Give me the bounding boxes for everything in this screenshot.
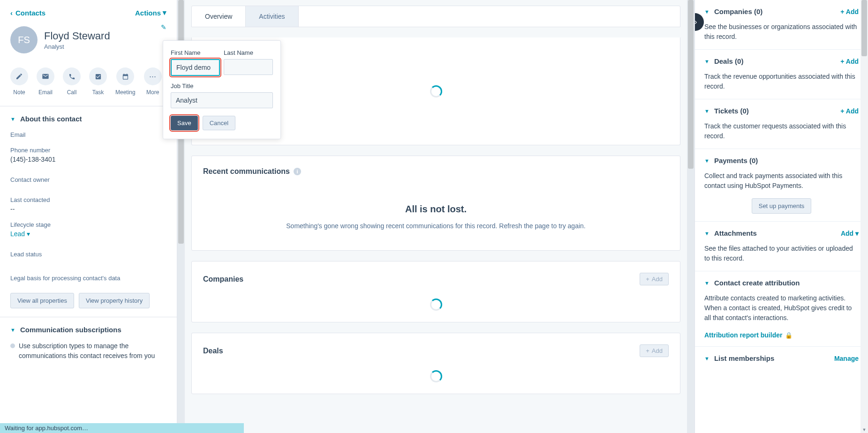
first-name-input[interactable] <box>171 59 220 76</box>
last-contacted-value: -- <box>10 205 166 213</box>
email-button[interactable]: Email <box>37 67 54 96</box>
chevron-down-icon: ▼ <box>704 59 709 64</box>
tab-overview[interactable]: Overview <box>192 6 246 27</box>
contact-job-title: Analyst <box>44 43 110 50</box>
lifecycle-dropdown[interactable]: Lead ▾ <box>10 230 30 238</box>
note-label: Note <box>13 89 25 96</box>
note-icon <box>10 67 28 85</box>
add-label: Add <box>652 347 663 354</box>
lead-status-label: Lead status <box>10 251 166 258</box>
back-to-contacts[interactable]: ‹ Contacts <box>10 9 45 17</box>
task-label: Task <box>92 89 104 96</box>
subscriptions-section-toggle[interactable]: ▼ Communication subscriptions <box>10 326 166 334</box>
companies-section-toggle[interactable]: ▼ Companies (0) <box>704 7 762 15</box>
email-icon <box>37 67 54 85</box>
attachments-section-toggle[interactable]: ▼ Attachments <box>704 229 757 237</box>
attribution-report-link[interactable]: Attribution report builder 🔒 <box>704 331 793 339</box>
payments-section-toggle[interactable]: ▼ Payments (0) <box>704 157 758 164</box>
add-label: Add <box>652 276 663 283</box>
deals-card: Deals + Add <box>191 333 680 394</box>
setup-payments-button[interactable]: Set up payments <box>752 198 812 214</box>
companies-heading: Companies (0) <box>714 7 762 15</box>
last-name-input[interactable] <box>224 59 273 75</box>
subscriptions-desc: Use subscription types to manage the com… <box>19 341 166 361</box>
cancel-button[interactable]: Cancel <box>203 116 235 130</box>
chevron-down-icon: ▼ <box>704 280 709 286</box>
tab-activities[interactable]: Activities <box>246 6 298 27</box>
mid-scrollbar[interactable] <box>687 0 694 433</box>
left-panel: ‹ Contacts Actions ▾ FS Floyd Steward An… <box>0 0 177 433</box>
add-deal-link[interactable]: + Add <box>840 58 859 65</box>
companies-title: Companies <box>203 275 243 284</box>
meeting-label: Meeting <box>115 89 136 96</box>
record-tabs: Overview Activities <box>191 6 680 27</box>
actions-dropdown[interactable]: Actions ▾ <box>135 8 166 17</box>
about-heading: About this contact <box>20 115 82 123</box>
plus-icon: + <box>646 276 649 283</box>
chevron-left-icon: ‹ <box>10 9 13 17</box>
attachments-desc: See the files attached to your activitie… <box>704 244 859 263</box>
scroll-down-icon[interactable]: ▼ <box>861 426 867 433</box>
add-attachment-link[interactable]: Add ▾ <box>841 230 859 237</box>
about-section-toggle[interactable]: ▼ About this contact <box>10 115 166 123</box>
edit-name-icon[interactable]: ✎ <box>161 23 166 31</box>
add-company-button[interactable]: + Add <box>640 273 669 285</box>
view-all-properties-button[interactable]: View all properties <box>10 293 74 308</box>
add-ticket-link[interactable]: + Add <box>840 107 859 115</box>
more-button[interactable]: ⋯ More <box>144 67 162 96</box>
chevron-down-icon: ▼ <box>10 116 15 122</box>
tickets-section-toggle[interactable]: ▼ Tickets (0) <box>704 107 749 115</box>
last-name-label: Last Name <box>224 49 273 56</box>
actions-label: Actions <box>135 9 161 17</box>
add-deal-button[interactable]: + Add <box>640 344 669 357</box>
save-button[interactable]: Save <box>171 116 198 130</box>
empty-state-title: All is not lost. <box>203 204 669 215</box>
deals-section-toggle[interactable]: ▼ Deals (0) <box>704 57 743 65</box>
companies-desc: See the businesses or organizations asso… <box>704 22 859 42</box>
tickets-heading: Tickets (0) <box>714 107 749 115</box>
recent-comms-title: Recent communications <box>203 167 290 176</box>
avatar: FS <box>10 26 38 53</box>
email-label: Email <box>10 131 166 138</box>
lists-section-toggle[interactable]: ▼ List memberships <box>704 354 774 362</box>
note-button[interactable]: Note <box>10 67 28 96</box>
deals-desc: Track the revenue opportunities associat… <box>704 72 859 91</box>
recent-communications-card: Recent communications i All is not lost.… <box>191 156 680 251</box>
last-contacted-label: Last contacted <box>10 196 166 203</box>
attribution-link-label: Attribution report builder <box>704 331 782 339</box>
attribution-section-toggle[interactable]: ▼ Contact create attribution <box>704 279 800 287</box>
lists-heading: List memberships <box>714 354 774 362</box>
call-button[interactable]: Call <box>63 67 81 96</box>
tickets-desc: Track the customer requests associated w… <box>704 121 859 141</box>
task-icon <box>89 67 107 85</box>
caret-down-icon: ▾ <box>163 8 166 17</box>
subscriptions-heading: Communication subscriptions <box>20 326 121 334</box>
quick-actions: Note Email Call Task <box>0 59 177 106</box>
manage-lists-link[interactable]: Manage <box>834 355 859 362</box>
phone-value[interactable]: (145)-138-3401 <box>10 156 166 163</box>
attribution-heading: Contact create attribution <box>714 279 800 287</box>
chevron-down-icon: ▼ <box>704 356 709 361</box>
contact-name: Floyd Steward <box>44 30 110 42</box>
caret-down-icon: ▾ <box>27 230 30 238</box>
more-icon: ⋯ <box>144 67 162 85</box>
meeting-button[interactable]: Meeting <box>115 67 136 96</box>
add-label: Add <box>841 230 853 237</box>
task-button[interactable]: Task <box>89 67 107 96</box>
empty-state-message: Something's gone wrong showing recent co… <box>203 222 669 230</box>
caret-down-icon: ▾ <box>855 230 859 237</box>
info-icon[interactable]: i <box>294 168 301 175</box>
job-title-input[interactable] <box>171 92 273 108</box>
more-label: More <box>146 89 159 96</box>
spinner-icon <box>430 299 442 311</box>
companies-card: Companies + Add <box>191 261 680 322</box>
right-scrollbar[interactable]: ▼ <box>860 0 868 433</box>
chevron-down-icon: ▼ <box>704 9 709 15</box>
phone-icon <box>63 67 81 85</box>
add-company-link[interactable]: + Add <box>840 8 859 15</box>
legal-basis-label: Legal basis for processing contact's dat… <box>10 275 166 282</box>
view-property-history-button[interactable]: View property history <box>79 293 150 308</box>
job-title-label: Job Title <box>171 82 273 90</box>
payments-heading: Payments (0) <box>714 157 758 164</box>
lock-icon: 🔒 <box>785 332 793 339</box>
